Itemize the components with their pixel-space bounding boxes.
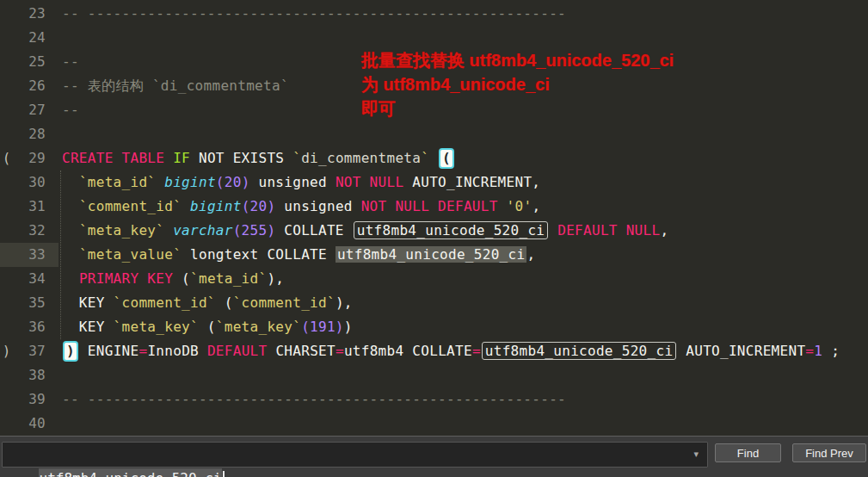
code-token xyxy=(182,198,190,214)
find-prev-button[interactable]: Find Prev xyxy=(792,443,866,462)
code-token: 1 xyxy=(814,343,822,359)
code-token xyxy=(164,150,173,166)
code-text: KEY `meta_key` (`meta_key`(191)) xyxy=(58,315,353,339)
code-line[interactable]: 35 KEY `comment_id` (`comment_id`), xyxy=(0,291,868,315)
gutter: 26 xyxy=(0,74,58,98)
gutter: 39 xyxy=(0,387,58,412)
brace-margin-indicator: ) xyxy=(0,339,16,363)
code-token: AUTO_INCREMENT xyxy=(677,343,805,359)
code-text: KEY `comment_id` (`comment_id`), xyxy=(58,291,353,315)
annotation-line-1: 批量查找替换 utf8mb4_unicode_520_ci xyxy=(361,48,731,72)
code-line[interactable]: 30 `meta_id` bigint(20) unsigned NOT NUL… xyxy=(0,170,868,195)
code-token: ( xyxy=(199,319,216,335)
brace-margin-indicator xyxy=(0,195,16,219)
code-line[interactable]: 23-- -----------------------------------… xyxy=(0,2,868,26)
code-token: `meta_key` xyxy=(79,222,164,238)
line-number[interactable]: 24 xyxy=(16,26,58,50)
code-token: , xyxy=(660,222,668,238)
code-token: (20) xyxy=(242,198,276,214)
gutter: 33 xyxy=(0,243,58,267)
code-token: -- -------------------------------------… xyxy=(62,5,566,22)
code-line[interactable]: 28 xyxy=(0,122,868,146)
brace-margin-indicator xyxy=(0,412,16,436)
line-number[interactable]: 39 xyxy=(16,387,58,412)
code-line[interactable]: 36 KEY `meta_key` (`meta_key`(191)) xyxy=(0,315,868,339)
code-text xyxy=(58,26,62,50)
gutter: )37 xyxy=(0,339,58,363)
code-token: ( xyxy=(173,270,190,287)
gutter: (29 xyxy=(0,146,58,170)
code-token: InnoDB xyxy=(147,343,207,359)
code-token: utf8mb4 COLLATE xyxy=(344,343,472,359)
dropdown-arrow-icon[interactable]: ▾ xyxy=(693,443,699,467)
code-editor[interactable]: 23-- -----------------------------------… xyxy=(0,0,868,436)
code-token xyxy=(549,222,557,238)
code-text xyxy=(58,122,62,146)
code-token xyxy=(62,174,79,190)
line-number[interactable]: 26 xyxy=(16,74,58,98)
line-number[interactable]: 36 xyxy=(16,315,58,339)
code-token: = xyxy=(139,343,147,359)
line-number[interactable]: 38 xyxy=(16,363,58,387)
code-line[interactable]: (29CREATE TABLE IF NOT EXISTS `di_commen… xyxy=(0,146,868,170)
brace-margin-indicator xyxy=(0,2,16,26)
code-token: (20) xyxy=(216,174,250,190)
gutter: 31 xyxy=(0,195,58,219)
gutter: 36 xyxy=(0,315,58,339)
line-number[interactable]: 35 xyxy=(16,291,58,315)
code-text: -- 表的结构 `di_commentmeta` xyxy=(58,74,289,98)
code-text: -- -------------------------------------… xyxy=(58,2,566,26)
code-token: `meta_key` xyxy=(114,319,199,335)
code-line[interactable]: )37) ENGINE=InnoDB DEFAULT CHARSET=utf8m… xyxy=(0,339,868,363)
brace-margin-indicator xyxy=(0,243,16,267)
line-number[interactable]: 28 xyxy=(16,122,58,146)
line-number[interactable]: 37 xyxy=(16,339,58,363)
search-match: utf8mb4_unicode_520_ci xyxy=(482,342,677,360)
code-line[interactable]: 33 `meta_value` longtext COLLATE utf8mb4… xyxy=(0,243,868,267)
code-text: -- -------------------------------------… xyxy=(58,387,566,412)
code-text: `meta_value` longtext COLLATE utf8mb4_un… xyxy=(58,243,535,267)
find-button[interactable]: Find xyxy=(715,443,781,462)
line-number[interactable]: 25 xyxy=(16,50,58,74)
code-token: `meta_key` xyxy=(216,319,301,335)
line-number[interactable]: 33 xyxy=(16,243,58,267)
code-token: ENGINE xyxy=(79,343,139,359)
code-line[interactable]: 34 PRIMARY KEY (`meta_id`), xyxy=(0,267,868,291)
find-input-selected-text: utf8mb4_unicode_520_ci xyxy=(39,468,223,477)
line-number[interactable]: 31 xyxy=(16,195,58,219)
gutter: 27 xyxy=(0,98,58,122)
line-number[interactable]: 29 xyxy=(16,146,58,170)
gutter: 38 xyxy=(0,363,58,387)
line-number[interactable]: 27 xyxy=(16,98,58,122)
code-token: -- xyxy=(62,53,79,70)
code-token: unsigned xyxy=(250,174,336,190)
code-token: bigint xyxy=(164,174,216,190)
code-token: NOT NULL DEFAULT xyxy=(361,198,498,214)
line-number[interactable]: 32 xyxy=(16,219,58,243)
code-token xyxy=(62,198,79,214)
gutter: 30 xyxy=(0,170,58,195)
code-line[interactable]: 24 xyxy=(0,26,868,50)
line-number[interactable]: 30 xyxy=(16,170,58,195)
gutter: 40 xyxy=(0,412,58,436)
code-token: ), xyxy=(267,270,284,287)
code-line[interactable]: 39-- -----------------------------------… xyxy=(0,387,868,412)
code-line[interactable]: 40 xyxy=(0,412,868,436)
code-text: CREATE TABLE IF NOT EXISTS `di_commentme… xyxy=(58,146,455,170)
code-line[interactable]: 38 xyxy=(0,363,868,387)
code-token: ), xyxy=(336,294,353,311)
brace-margin-indicator xyxy=(0,315,16,339)
code-text: `comment_id` bigint(20) unsigned NOT NUL… xyxy=(58,195,540,219)
code-token: DEFAULT xyxy=(207,343,268,359)
brace-margin-indicator: ( xyxy=(0,146,16,170)
gutter: 34 xyxy=(0,267,58,291)
code-line[interactable]: 31 `comment_id` bigint(20) unsigned NOT … xyxy=(0,195,868,219)
find-input[interactable]: utf8mb4_unicode_520_ci ▾ xyxy=(2,442,708,468)
brace-margin-indicator xyxy=(0,219,16,243)
line-number[interactable]: 34 xyxy=(16,267,58,291)
line-number[interactable]: 40 xyxy=(16,412,58,436)
code-token: (191) xyxy=(301,319,344,335)
brace-margin-indicator xyxy=(0,122,16,146)
code-line[interactable]: 32 `meta_key` varchar(255) COLLATE utf8m… xyxy=(0,219,868,243)
line-number[interactable]: 23 xyxy=(16,2,58,26)
